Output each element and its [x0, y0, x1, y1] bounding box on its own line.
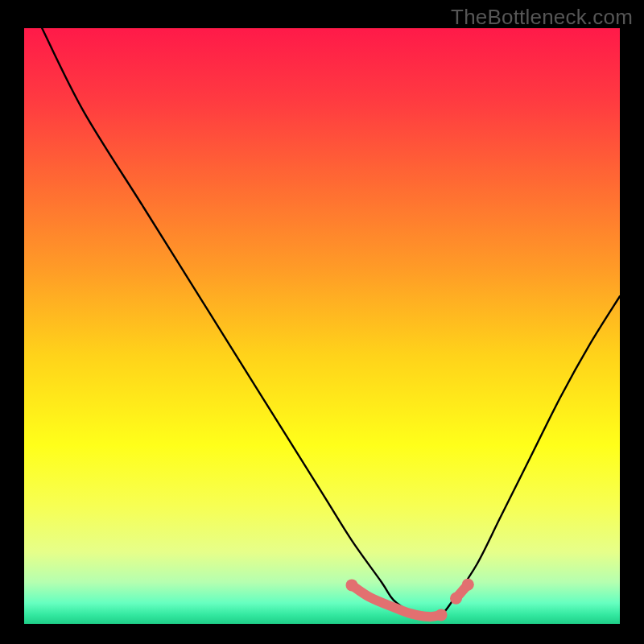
chart-frame: TheBottleneck.com	[0, 0, 644, 644]
highlight-endpoint	[462, 579, 474, 591]
gradient-background	[24, 28, 620, 624]
highlight-endpoint	[450, 592, 462, 605]
highlight-endpoint	[436, 609, 448, 621]
bottleneck-chart	[0, 0, 644, 644]
highlight-endpoint	[346, 579, 358, 591]
